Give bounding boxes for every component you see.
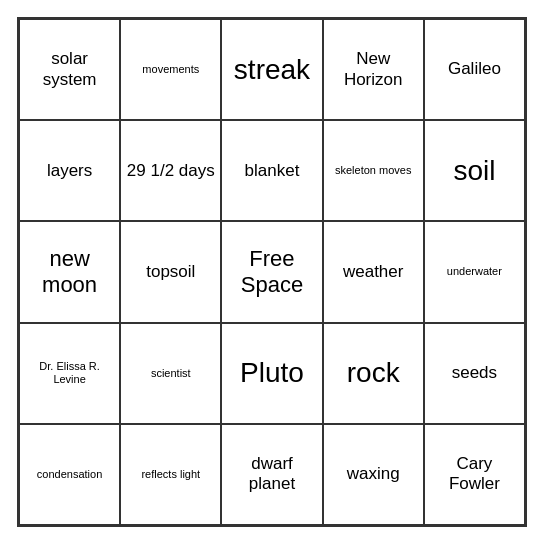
bingo-cell-r1c2: blanket bbox=[221, 120, 322, 221]
bingo-cell-r0c0: solar system bbox=[19, 19, 120, 120]
cell-text-r3c4: seeds bbox=[452, 363, 497, 383]
bingo-board: solar systemmovementsstreakNew HorizonGa… bbox=[17, 17, 527, 527]
cell-text-r4c2: dwarf planet bbox=[226, 454, 317, 495]
bingo-cell-r4c4: Cary Fowler bbox=[424, 424, 525, 525]
bingo-cell-r1c4: soil bbox=[424, 120, 525, 221]
cell-text-r1c4: soil bbox=[453, 154, 495, 188]
cell-text-r0c1: movements bbox=[142, 63, 199, 76]
bingo-cell-r2c4: underwater bbox=[424, 221, 525, 322]
bingo-cell-r1c1: 29 1/2 days bbox=[120, 120, 221, 221]
cell-text-r1c0: layers bbox=[47, 161, 92, 181]
cell-text-r2c3: weather bbox=[343, 262, 403, 282]
bingo-cell-r3c0: Dr. Elissa R. Levine bbox=[19, 323, 120, 424]
cell-text-r3c0: Dr. Elissa R. Levine bbox=[24, 360, 115, 386]
bingo-cell-r2c0: new moon bbox=[19, 221, 120, 322]
bingo-cell-r1c0: layers bbox=[19, 120, 120, 221]
bingo-cell-r2c1: topsoil bbox=[120, 221, 221, 322]
cell-text-r1c1: 29 1/2 days bbox=[127, 161, 215, 181]
bingo-cell-r4c1: reflects light bbox=[120, 424, 221, 525]
cell-text-r0c4: Galileo bbox=[448, 59, 501, 79]
bingo-cell-r3c1: scientist bbox=[120, 323, 221, 424]
cell-text-r2c0: new moon bbox=[24, 246, 115, 299]
bingo-cell-r0c3: New Horizon bbox=[323, 19, 424, 120]
cell-text-r1c2: blanket bbox=[245, 161, 300, 181]
bingo-cell-r0c2: streak bbox=[221, 19, 322, 120]
cell-text-r3c2: Pluto bbox=[240, 356, 304, 390]
cell-text-r0c0: solar system bbox=[24, 49, 115, 90]
cell-text-r4c1: reflects light bbox=[141, 468, 200, 481]
bingo-cell-r3c4: seeds bbox=[424, 323, 525, 424]
bingo-cell-r4c2: dwarf planet bbox=[221, 424, 322, 525]
cell-text-r4c3: waxing bbox=[347, 464, 400, 484]
bingo-cell-r0c4: Galileo bbox=[424, 19, 525, 120]
cell-text-r0c3: New Horizon bbox=[328, 49, 419, 90]
cell-text-r2c1: topsoil bbox=[146, 262, 195, 282]
bingo-cell-r4c3: waxing bbox=[323, 424, 424, 525]
bingo-cell-r2c3: weather bbox=[323, 221, 424, 322]
bingo-cell-r1c3: skeleton moves bbox=[323, 120, 424, 221]
bingo-cell-r4c0: condensation bbox=[19, 424, 120, 525]
cell-text-r2c2: Free Space bbox=[226, 246, 317, 299]
cell-text-r4c0: condensation bbox=[37, 468, 102, 481]
cell-text-r3c3: rock bbox=[347, 356, 400, 390]
bingo-cell-r2c2: Free Space bbox=[221, 221, 322, 322]
bingo-cell-r3c3: rock bbox=[323, 323, 424, 424]
cell-text-r3c1: scientist bbox=[151, 367, 191, 380]
cell-text-r2c4: underwater bbox=[447, 265, 502, 278]
cell-text-r1c3: skeleton moves bbox=[335, 164, 411, 177]
bingo-cell-r0c1: movements bbox=[120, 19, 221, 120]
cell-text-r0c2: streak bbox=[234, 53, 310, 87]
cell-text-r4c4: Cary Fowler bbox=[429, 454, 520, 495]
bingo-cell-r3c2: Pluto bbox=[221, 323, 322, 424]
